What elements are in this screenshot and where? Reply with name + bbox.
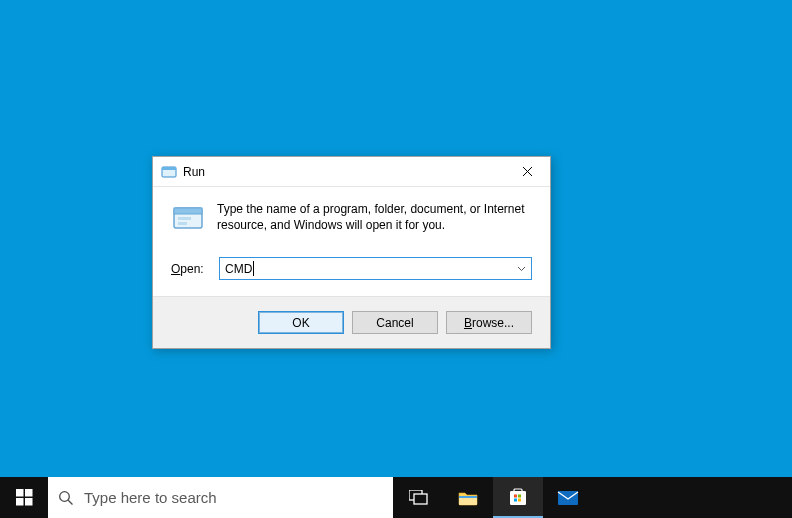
svg-rect-18 [518, 494, 521, 497]
svg-rect-3 [174, 208, 202, 214]
ok-button[interactable]: OK [258, 311, 344, 334]
open-input[interactable] [220, 258, 531, 279]
search-icon [58, 490, 74, 506]
svg-rect-17 [514, 494, 517, 497]
dialog-description: Type the name of a program, folder, docu… [217, 201, 527, 233]
run-titlebar-icon [161, 164, 177, 180]
mail-button[interactable] [543, 477, 593, 518]
taskbar: Type here to search [0, 477, 792, 518]
open-label: Open: [171, 262, 209, 276]
taskbar-search[interactable]: Type here to search [48, 477, 393, 518]
svg-rect-5 [178, 222, 187, 225]
titlebar[interactable]: Run [153, 157, 550, 187]
svg-rect-21 [558, 491, 578, 505]
svg-line-11 [68, 500, 72, 504]
open-combobox[interactable] [219, 257, 532, 280]
svg-rect-4 [178, 217, 191, 220]
search-placeholder: Type here to search [84, 489, 217, 506]
svg-rect-16 [510, 491, 526, 505]
close-button[interactable] [504, 157, 550, 187]
start-button[interactable] [0, 477, 48, 518]
file-explorer-button[interactable] [443, 477, 493, 518]
button-bar: OK Cancel Browse... [153, 296, 550, 348]
task-view-button[interactable] [393, 477, 443, 518]
svg-rect-13 [414, 494, 427, 504]
svg-point-10 [60, 491, 70, 501]
svg-rect-19 [514, 498, 517, 501]
run-dialog: Run Type the name of a program, folder, … [152, 156, 551, 349]
microsoft-store-button[interactable] [493, 477, 543, 518]
dialog-body: Type the name of a program, folder, docu… [153, 187, 550, 296]
svg-rect-9 [25, 498, 33, 506]
dialog-title: Run [183, 165, 205, 179]
chevron-down-icon[interactable] [515, 263, 527, 275]
svg-rect-1 [162, 167, 176, 170]
svg-rect-8 [16, 498, 24, 506]
svg-rect-6 [16, 489, 24, 497]
run-icon [171, 201, 205, 235]
text-cursor [253, 261, 254, 276]
svg-rect-7 [25, 489, 33, 497]
cancel-button[interactable]: Cancel [352, 311, 438, 334]
browse-button[interactable]: Browse... [446, 311, 532, 334]
svg-rect-15 [459, 496, 477, 498]
svg-rect-20 [518, 498, 521, 501]
